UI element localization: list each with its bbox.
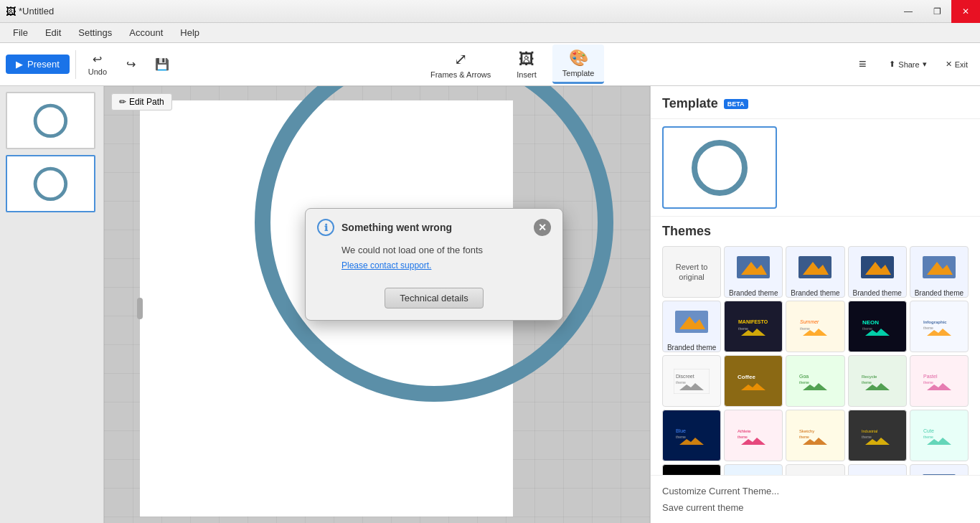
svg-text:theme: theme bbox=[676, 380, 686, 385]
theme-industrial[interactable]: Industrialtheme bbox=[848, 410, 907, 461]
slide-thumbnail-1[interactable]: 1 bbox=[6, 155, 95, 212]
svg-text:theme: theme bbox=[676, 435, 686, 439]
template-panel: Template BETA Themes Revert tooriginal bbox=[650, 86, 980, 523]
theme-summer[interactable]: Summertheme bbox=[786, 301, 844, 352]
toolbar-right: ≡ ⬆ Share ▾ ✕ Exit bbox=[848, 53, 974, 75]
theme-neon[interactable]: NEONtheme bbox=[848, 301, 907, 352]
theme-midnight-preview: Midnighttheme bbox=[663, 465, 720, 475]
theme-midnight[interactable]: Midnighttheme bbox=[662, 464, 721, 475]
theme-branded-5[interactable]: Branded theme bbox=[662, 301, 721, 352]
theme-discreet[interactable]: Discreettheme bbox=[662, 355, 721, 407]
template-icon: 🎨 bbox=[569, 49, 588, 67]
menu-account[interactable]: Account bbox=[122, 24, 170, 41]
svg-text:theme: theme bbox=[862, 435, 872, 439]
view-icon: ≡ bbox=[859, 57, 867, 72]
svg-text:theme: theme bbox=[923, 380, 933, 385]
theme-goa[interactable]: Goatheme bbox=[786, 355, 844, 407]
share-chevron: ▾ bbox=[923, 60, 927, 69]
error-body: We could not load one of the fonts Pleas… bbox=[306, 242, 562, 281]
frames-arrows-button[interactable]: ⤢ Frames & Arrows bbox=[420, 44, 501, 84]
toolbar-center: ⤢ Frames & Arrows 🖼 Insert 🎨 Template bbox=[179, 44, 845, 84]
theme-branded-1-preview bbox=[725, 247, 782, 288]
window-title: *Untitled bbox=[19, 6, 54, 17]
theme-revert-label: Revert tooriginal bbox=[673, 259, 711, 286]
error-support-link[interactable]: Please contact support. bbox=[341, 260, 431, 270]
theme-coffee-preview: Coffee bbox=[725, 356, 782, 406]
present-button[interactable]: ▶ Present bbox=[6, 55, 70, 74]
svg-text:Blue: Blue bbox=[676, 428, 686, 433]
svg-text:theme: theme bbox=[799, 435, 809, 439]
redo-button[interactable]: ↪ bbox=[116, 54, 145, 75]
insert-label: Insert bbox=[517, 70, 537, 79]
save-button[interactable]: 💾 bbox=[148, 54, 176, 75]
undo-button[interactable]: ↩ Undo bbox=[82, 49, 113, 80]
theme-sketchy[interactable]: Sketchytheme bbox=[786, 410, 844, 461]
insert-button[interactable]: 🖼 Insert bbox=[507, 44, 547, 84]
theme-pastel-preview: Pasteltheme bbox=[910, 356, 968, 406]
beta-badge: BETA bbox=[724, 99, 748, 109]
edit-path-button[interactable]: ✏ Edit Path bbox=[111, 93, 172, 110]
exit-icon: ✕ bbox=[946, 60, 952, 69]
svg-text:theme: theme bbox=[738, 326, 748, 331]
theme-infographic[interactable]: Infographictheme bbox=[910, 301, 969, 352]
toolbar: ▶ Present ↩ Undo ↪ 💾 ⤢ Frames & Arrows 🖼… bbox=[0, 43, 980, 86]
theme-revert-original[interactable]: Revert tooriginal bbox=[662, 246, 721, 298]
menu-bar: File Edit Settings Account Help bbox=[0, 23, 980, 43]
menu-help[interactable]: Help bbox=[173, 24, 207, 41]
theme-discreet-preview: Discreettheme bbox=[663, 356, 720, 406]
menu-edit[interactable]: Edit bbox=[38, 24, 68, 41]
minimize-button[interactable]: — bbox=[894, 0, 923, 23]
theme-coffee[interactable]: Coffee bbox=[724, 355, 783, 407]
menu-settings[interactable]: Settings bbox=[71, 24, 119, 41]
menu-file[interactable]: File bbox=[6, 24, 35, 41]
theme-cute[interactable]: Cutetheme bbox=[910, 410, 969, 461]
theme-recycle[interactable]: Recycletheme bbox=[848, 355, 907, 407]
frames-arrows-icon: ⤢ bbox=[454, 50, 467, 69]
theme-japanese[interactable]: 日本語1 bbox=[848, 464, 907, 475]
slide-preview-0 bbox=[16, 99, 85, 143]
svg-text:Goa: Goa bbox=[799, 374, 809, 379]
svg-text:MANIFESTO: MANIFESTO bbox=[738, 319, 768, 324]
theme-branded-6[interactable]: Branded theme bbox=[910, 464, 969, 475]
maximize-button[interactable]: ❐ bbox=[923, 0, 951, 23]
slide-thumbnail-0[interactable] bbox=[6, 92, 95, 149]
theme-korean[interactable]: 한국어 1 bbox=[786, 464, 844, 475]
template-button[interactable]: 🎨 Template bbox=[552, 44, 605, 84]
theme-branded-2[interactable]: Branded theme bbox=[786, 246, 844, 298]
template-panel-title: Template bbox=[662, 96, 718, 111]
theme-branded-2-preview bbox=[786, 247, 844, 288]
save-theme-link[interactable]: Save current theme bbox=[662, 499, 969, 516]
theme-athlete[interactable]: Athletetheme bbox=[724, 410, 783, 461]
technical-details-button[interactable]: Technical details bbox=[385, 288, 483, 308]
theme-blue[interactable]: Bluetheme bbox=[662, 410, 721, 461]
theme-branded-5-label: Branded theme bbox=[666, 342, 717, 352]
error-close-button[interactable]: ✕ bbox=[534, 219, 551, 236]
template-preview-area bbox=[651, 119, 980, 217]
window-controls: — ❐ ✕ bbox=[894, 0, 980, 23]
toolbar-separator-1 bbox=[75, 50, 76, 79]
share-button[interactable]: ⬆ Share ▾ bbox=[882, 56, 933, 72]
theme-chinese[interactable]: 中文 bbox=[724, 464, 783, 475]
theme-branded-1[interactable]: Branded theme bbox=[724, 246, 783, 298]
insert-icon: 🖼 bbox=[519, 50, 534, 69]
error-dialog-header: ℹ Something went wrong ✕ bbox=[306, 209, 562, 242]
theme-pastel[interactable]: Pasteltheme bbox=[910, 355, 969, 407]
theme-manifesto[interactable]: MANIFESTOtheme bbox=[724, 301, 783, 352]
close-button[interactable]: ✕ bbox=[951, 0, 980, 23]
theme-branded-3[interactable]: Branded theme bbox=[848, 246, 907, 298]
svg-text:Coffee: Coffee bbox=[738, 374, 755, 380]
error-message: We could not load one of the fonts bbox=[341, 245, 551, 255]
undo-label: Undo bbox=[88, 67, 107, 76]
svg-text:NEON: NEON bbox=[862, 319, 879, 326]
error-dialog: ℹ Something went wrong ✕ We could not lo… bbox=[305, 208, 563, 321]
theme-branded-4[interactable]: Branded theme bbox=[910, 246, 969, 298]
customize-theme-link[interactable]: Customize Current Theme... bbox=[662, 483, 969, 499]
view-button[interactable]: ≡ bbox=[848, 53, 877, 75]
canvas-handle[interactable] bbox=[137, 298, 143, 319]
exit-button[interactable]: ✕ Exit bbox=[939, 56, 974, 72]
canvas-area[interactable]: 1 ✏ Edit Path ℹ Something went wrong ✕ W… bbox=[104, 86, 650, 523]
theme-korean-preview: 한국어 1 bbox=[786, 465, 844, 475]
theme-branded-4-label: Branded theme bbox=[913, 288, 965, 297]
theme-goa-preview: Goatheme bbox=[786, 356, 844, 406]
svg-text:Athlete: Athlete bbox=[738, 429, 751, 433]
